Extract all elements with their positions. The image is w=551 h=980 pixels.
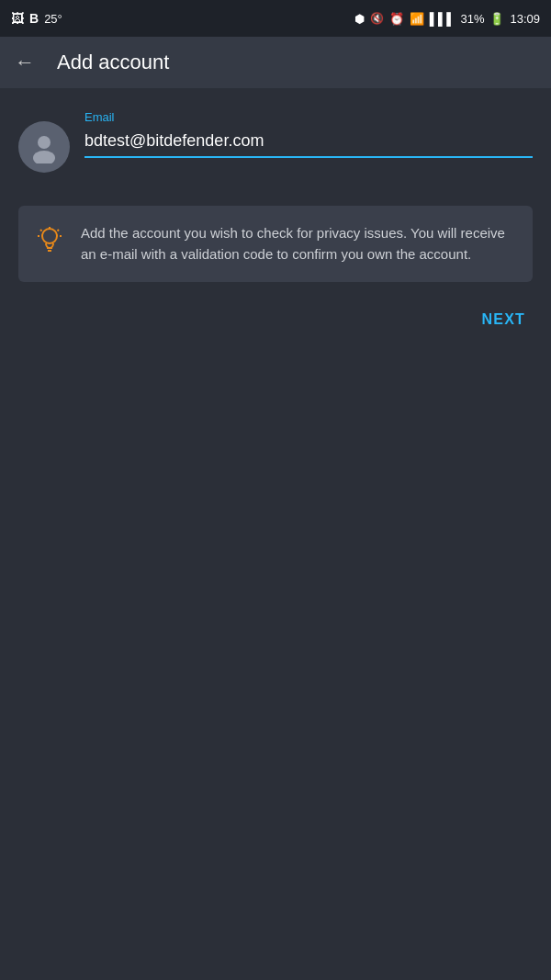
- email-label: Email: [84, 110, 533, 124]
- svg-point-1: [33, 151, 55, 163]
- email-input-section: Email: [18, 110, 533, 180]
- alarm-icon: ⏰: [389, 12, 404, 26]
- mute-icon: 🔇: [370, 12, 384, 25]
- battery-icon: 🔋: [489, 12, 504, 26]
- svg-point-2: [42, 229, 57, 243]
- status-bar: 🖼 B 25° ⬢ 🔇 ⏰ 📶 ▌▌▌ 31% 🔋 13:09: [0, 0, 551, 37]
- temperature: 25°: [44, 12, 62, 26]
- battery-level: 31%: [460, 12, 484, 26]
- status-bar-right: ⬢ 🔇 ⏰ 📶 ▌▌▌ 31% 🔋 13:09: [354, 12, 540, 26]
- lightbulb-icon: [33, 222, 66, 255]
- next-button[interactable]: NEXT: [478, 304, 529, 335]
- next-button-row: NEXT: [18, 304, 533, 335]
- email-input[interactable]: [84, 128, 533, 158]
- status-bar-left: 🖼 B 25°: [11, 11, 62, 26]
- image-icon: 🖼: [11, 11, 24, 26]
- clock: 13:09: [510, 12, 540, 26]
- b-icon: B: [29, 11, 39, 26]
- app-bar: ← Add account: [0, 37, 551, 88]
- main-content: Email Add the account you wish to check …: [0, 88, 551, 357]
- email-field-wrapper: Email: [84, 110, 533, 158]
- info-text: Add the account you wish to check for pr…: [81, 222, 518, 265]
- wifi-icon: 📶: [410, 12, 424, 26]
- info-box: Add the account you wish to check for pr…: [18, 206, 533, 282]
- avatar: [18, 121, 70, 173]
- signal-icon: ▌▌▌: [430, 12, 455, 26]
- svg-line-7: [58, 230, 60, 231]
- svg-line-6: [40, 230, 42, 231]
- page-title: Add account: [57, 51, 169, 74]
- back-button[interactable]: ←: [15, 51, 35, 74]
- bluetooth-icon: ⬢: [354, 12, 365, 26]
- svg-point-0: [38, 136, 51, 149]
